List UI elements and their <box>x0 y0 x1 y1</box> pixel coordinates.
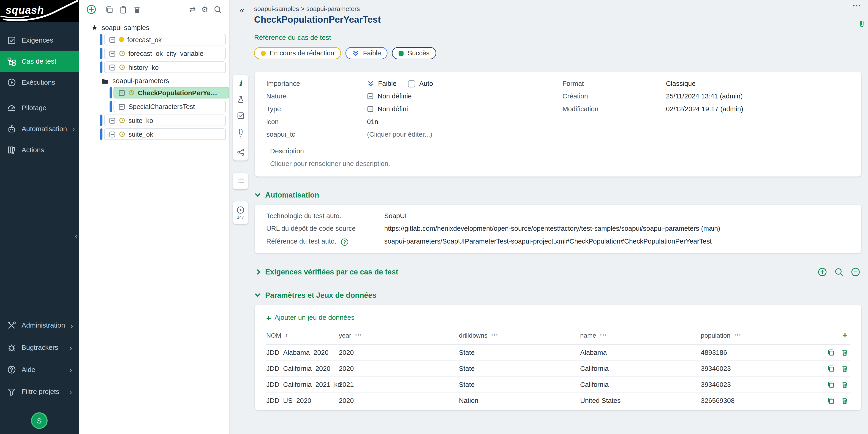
drag-handle[interactable] <box>100 115 102 126</box>
tree-node-forecast-ok[interactable]: forecast_ok <box>104 34 226 45</box>
tree-node-checkpopulationperyeartest[interactable]: CheckPopulationPerYearTest <box>114 87 229 99</box>
cell-year: 2021 <box>339 380 459 388</box>
delete-dataset-icon[interactable] <box>841 364 849 372</box>
icon-field-value[interactable]: 01n <box>367 118 562 126</box>
parameters-anchor[interactable]: { } 4 <box>239 128 243 140</box>
requirements-anchor[interactable] <box>237 112 245 120</box>
drag-handle[interactable] <box>100 34 102 45</box>
column-header-nom[interactable]: NOM ↑ <box>266 332 339 339</box>
tree-node-specialcharacterstest[interactable]: SpecialCharactersTest <box>114 101 226 113</box>
tree-node-suite-ko[interactable]: suite_ko <box>104 115 226 126</box>
drag-handle[interactable] <box>100 61 102 73</box>
column-header-name[interactable]: name ••• <box>580 332 701 339</box>
link-requirement-icon[interactable] <box>818 267 827 277</box>
duplicate-dataset-icon[interactable] <box>827 364 835 372</box>
sidebar-item-aide[interactable]: Aide › <box>0 359 79 381</box>
column-header-year[interactable]: year ••• <box>339 332 459 339</box>
dataset-row[interactable]: JDD_California_2021_ko 2021 State Califo… <box>266 376 850 393</box>
automation-url-value[interactable]: https://gitlab.com/henixdevelopment/open… <box>384 225 850 232</box>
type-value[interactable]: Non défini <box>367 105 562 113</box>
tree-folder-soapui-parameters[interactable]: − soapui-parameters <box>93 77 229 85</box>
drag-handle[interactable] <box>100 48 102 59</box>
collapse-toggle-icon[interactable]: − <box>83 24 88 31</box>
add-icon[interactable] <box>86 4 96 14</box>
duplicate-dataset-icon[interactable] <box>827 348 835 356</box>
automation-tech-value[interactable]: SoapUI <box>384 212 850 220</box>
sidebar-collapse-icon[interactable]: ‹ <box>75 231 78 240</box>
gear-icon[interactable]: ⚙ <box>201 5 208 13</box>
tree-project-root[interactable]: − ★ soapui-samples <box>83 23 229 32</box>
dataset-row[interactable]: JDD_Alabama_2020 2020 State Alabama 4893… <box>266 344 850 361</box>
drag-handle[interactable] <box>100 128 102 140</box>
duplicate-dataset-icon[interactable] <box>827 380 835 388</box>
dataset-row[interactable]: JDD_US_2020 2020 Nation United States 32… <box>266 393 850 409</box>
column-menu-icon[interactable]: ••• <box>600 333 607 338</box>
badge-label: Faible <box>363 49 381 57</box>
soapui-tc-value[interactable]: (Cliquer pour éditer...) <box>367 131 562 138</box>
user-avatar[interactable]: S <box>31 412 48 429</box>
unlink-requirement-icon[interactable] <box>851 267 860 277</box>
sidebar-item-bugtrackers[interactable]: Bugtrackers › <box>0 337 79 359</box>
section-requirements-header[interactable]: Exigences vérifiées par ce cas de test <box>256 267 860 277</box>
sidebar-item-actions[interactable]: Actions <box>0 140 79 160</box>
list-icon <box>237 177 245 185</box>
delete-dataset-icon[interactable] <box>841 380 849 388</box>
share-anchor[interactable] <box>237 148 245 156</box>
information-anchor[interactable]: i <box>239 79 242 88</box>
test-case-tree-panel: ⇄ ⚙ − ★ soapui-samples forecast_ok forec… <box>79 0 230 434</box>
collapse-tree-icon[interactable]: « <box>240 5 244 14</box>
dataset-row[interactable]: JDD_California_2020 2020 State Californi… <box>266 361 850 376</box>
delete-dataset-icon[interactable] <box>841 397 849 405</box>
tree-node-suite-ok[interactable]: suite_ok <box>104 128 226 140</box>
sidebar-item-automatisation[interactable]: Automatisation › <box>0 118 79 140</box>
search-icon[interactable] <box>214 5 222 13</box>
scroll-content[interactable]: i { } 4 <box>230 69 868 434</box>
sidebar-item-exigences[interactable]: Exigences <box>0 30 79 51</box>
squash-logo[interactable]: squash <box>0 0 79 22</box>
play-circle-icon <box>236 206 245 214</box>
automation-ref-value[interactable]: soapui-parameters/SoapUIParameterTest-so… <box>384 238 850 245</box>
search-requirement-icon[interactable] <box>834 267 844 277</box>
importance-badge[interactable]: Faible <box>345 47 388 59</box>
delete-icon[interactable] <box>133 5 141 13</box>
importance-value[interactable]: Faible Auto <box>367 80 562 88</box>
column-header-drilldowns[interactable]: drilldowns ••• <box>459 332 580 339</box>
auto-checkbox[interactable] <box>408 80 415 87</box>
column-header-population[interactable]: population ••• <box>701 332 784 339</box>
paste-icon[interactable] <box>119 5 127 13</box>
status-badge-draft[interactable]: En cours de rédaction <box>254 47 341 59</box>
executions-anchor[interactable]: 147 <box>233 202 248 224</box>
section-parameters-header[interactable]: Paramètres et Jeux de données <box>256 291 860 299</box>
help-icon[interactable]: ? <box>341 238 348 245</box>
execution-status-badge[interactable]: Succès <box>392 47 436 59</box>
sidebar-item-executions[interactable]: Exécutions <box>0 72 79 93</box>
duplicate-dataset-icon[interactable] <box>827 397 835 405</box>
drag-handle[interactable] <box>110 87 112 99</box>
tree-node-history-ko[interactable]: history_ko <box>104 61 226 73</box>
nature-value[interactable]: Non définie <box>367 92 562 100</box>
section-automation-header[interactable]: Automatisation <box>256 191 860 199</box>
tree-node-forecast-ok-city-variable[interactable]: forecast_ok_city_variable <box>104 48 226 59</box>
description-placeholder[interactable]: Cliquer pour renseigner une description. <box>270 160 850 168</box>
flask-icon <box>237 96 245 103</box>
breadcrumb[interactable]: soapui-samples > soapui-parameters <box>254 5 360 12</box>
add-dataset-button[interactable]: + Ajouter un jeu de données <box>266 312 850 322</box>
column-menu-icon[interactable]: ••• <box>355 333 362 338</box>
sort-transfer-icon[interactable]: ⇄ <box>189 5 195 13</box>
column-menu-icon[interactable]: ••• <box>491 333 498 338</box>
sidebar-item-pilotage[interactable]: Pilotage <box>0 97 79 119</box>
sidebar-item-administration[interactable]: Administration › <box>0 314 79 337</box>
add-parameter-icon[interactable]: + <box>842 330 850 340</box>
column-menu-icon[interactable]: ••• <box>734 333 741 338</box>
collapse-toggle-icon[interactable]: − <box>93 78 97 84</box>
automation-anchor[interactable] <box>237 96 245 103</box>
sidebar-item-cas-de-test[interactable]: Cas de test <box>0 51 79 72</box>
list-anchor[interactable] <box>233 173 248 189</box>
status-in-progress-icon <box>119 37 124 42</box>
drag-handle[interactable] <box>110 101 112 113</box>
delete-dataset-icon[interactable] <box>841 348 849 356</box>
more-menu-icon[interactable]: ⋯ <box>852 0 861 10</box>
attachments-paperclip-icon[interactable] <box>858 20 865 28</box>
sidebar-item-filtre-projets[interactable]: Filtre projets › <box>0 381 79 403</box>
copy-icon[interactable] <box>105 5 113 13</box>
